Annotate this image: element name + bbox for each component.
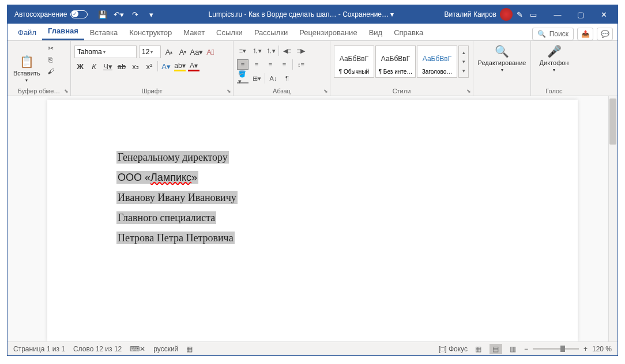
qat-more-icon[interactable]: ▾	[144, 7, 158, 21]
indent-right-icon[interactable]: ≡▶	[295, 46, 307, 56]
focus-mode[interactable]: [□] Фокус	[439, 345, 468, 353]
comments-button[interactable]: 💬	[597, 28, 613, 40]
window-title: Lumpics.ru - Как в Ворде сделать шап… - …	[158, 10, 444, 18]
search-box[interactable]: 🔍 Поиск	[532, 28, 574, 40]
read-view-icon[interactable]: ▦	[472, 344, 485, 354]
font-color-icon[interactable]: A▾	[188, 61, 199, 71]
align-center-icon[interactable]: ≡	[251, 59, 262, 70]
zoom-in-button[interactable]: +	[583, 345, 588, 353]
text-line[interactable]: Иванову Ивану Ивановичу	[116, 191, 238, 204]
minimize-button[interactable]: —	[546, 5, 569, 24]
editing-button[interactable]: 🔍 Редактирование ▾	[477, 43, 527, 74]
tab-layout[interactable]: Макет	[178, 25, 210, 40]
cut-icon[interactable]: ✂	[45, 44, 57, 55]
zoom-level[interactable]: 120 %	[592, 345, 612, 353]
autosave[interactable]: Автосохранение	[10, 10, 92, 18]
dialog-launcher-icon[interactable]: ⬊	[323, 88, 328, 94]
font-name-combo[interactable]: Tahoma▾	[74, 46, 137, 58]
undo-icon[interactable]: ↶▾	[112, 7, 126, 21]
text-line[interactable]: ООО «Лампикс»	[116, 171, 198, 184]
justify-icon[interactable]: ≡	[278, 59, 290, 70]
print-layout-icon[interactable]: ▤	[490, 344, 502, 354]
tab-review[interactable]: Рецензирование	[293, 25, 363, 40]
close-button[interactable]: ✕	[592, 5, 615, 24]
page[interactable]: Генеральному директору ООО «Лампикс» Ива…	[47, 100, 578, 342]
search-icon: 🔍	[537, 30, 546, 38]
line-spacing-icon[interactable]: ↕≡	[295, 59, 307, 70]
indent-left-icon[interactable]: ◀≡	[281, 46, 293, 56]
user-account[interactable]: Виталий Каиров	[444, 8, 513, 21]
style-normal[interactable]: АаБбВвГ ¶ Обычный	[334, 46, 374, 78]
tab-design[interactable]: Конструктор	[123, 25, 178, 40]
shrink-font-icon[interactable]: A▾	[177, 46, 189, 58]
vertical-scrollbar[interactable]	[608, 96, 618, 342]
zoom-out-button[interactable]: −	[524, 345, 528, 353]
text-line[interactable]: Генеральному директору	[116, 151, 229, 164]
numbering-icon[interactable]: ⒈▾	[251, 46, 262, 56]
strike-button[interactable]: ab	[116, 60, 127, 72]
autosave-toggle[interactable]	[70, 10, 88, 18]
tab-mailings[interactable]: Рассылки	[249, 25, 293, 40]
save-icon[interactable]: 💾	[96, 7, 110, 21]
font-size-combo[interactable]: 12▾	[139, 46, 161, 58]
align-right-icon[interactable]: ≡	[265, 59, 276, 70]
web-layout-icon[interactable]: ▥	[507, 344, 519, 354]
scroll-thumb[interactable]	[609, 98, 616, 145]
dialog-launcher-icon[interactable]: ⬊	[466, 88, 471, 94]
superscript-button[interactable]: x²	[144, 60, 155, 72]
share-button[interactable]: 📤	[577, 28, 593, 40]
ribbon-tabs: Файл Главная Вставка Конструктор Макет С…	[7, 24, 618, 41]
multilevel-icon[interactable]: ⒈▾	[265, 46, 276, 56]
status-bar: Страница 1 из 1 Слово 12 из 12 ⌨✕ русски…	[7, 342, 618, 355]
tab-file[interactable]: Файл	[12, 25, 42, 40]
search-icon: 🔍	[495, 44, 509, 58]
ink-icon[interactable]: ✎	[513, 7, 526, 21]
page-indicator[interactable]: Страница 1 из 1	[13, 345, 65, 353]
bullets-icon[interactable]: ≡▾	[237, 46, 249, 56]
tab-insert[interactable]: Вставка	[84, 25, 123, 40]
tab-view[interactable]: Вид	[363, 25, 389, 40]
dialog-launcher-icon[interactable]: ⬊	[64, 88, 69, 94]
group-label: Абзац	[234, 88, 330, 94]
text-line[interactable]: Главного специалиста	[116, 211, 216, 224]
show-marks-icon[interactable]: ¶	[281, 73, 293, 84]
borders-icon[interactable]: ⊞▾	[251, 73, 262, 84]
styles-more-icon[interactable]: ▴▾▾	[458, 46, 469, 78]
dictate-button[interactable]: 🎤 Диктофон ▾	[534, 43, 574, 74]
tab-home[interactable]: Главная	[42, 23, 84, 40]
tab-help[interactable]: Справка	[388, 25, 429, 40]
tab-references[interactable]: Ссылки	[210, 25, 249, 40]
group-label: Шрифт	[71, 88, 233, 94]
style-heading[interactable]: АаБбВвГ Заголово…	[417, 46, 457, 78]
paste-label: Вставить	[13, 70, 40, 77]
italic-button[interactable]: К	[88, 60, 100, 72]
ribbon-options-icon[interactable]: ▭	[526, 7, 540, 21]
redo-icon[interactable]: ↷	[128, 7, 142, 21]
paste-button[interactable]: 📋 Вставить ▾	[11, 43, 43, 94]
spell-check-icon[interactable]: ⌨✕	[130, 345, 145, 353]
grow-font-icon[interactable]: A▴	[163, 46, 175, 58]
text-effects-icon[interactable]: A▾	[160, 60, 172, 72]
style-no-int[interactable]: АаБбВвГ ¶ Без инте…	[375, 46, 416, 78]
language[interactable]: русский	[153, 345, 178, 353]
subscript-button[interactable]: x₂	[130, 60, 141, 72]
zoom-slider[interactable]	[533, 348, 579, 350]
sort-icon[interactable]: A↓	[268, 73, 279, 84]
change-case-icon[interactable]: Aa▾	[191, 46, 202, 58]
underline-button[interactable]: Ч▾	[102, 60, 114, 72]
clear-format-icon[interactable]: A⃠	[205, 46, 216, 58]
user-name: Виталий Каиров	[444, 10, 496, 18]
text-line[interactable]: Петрова Петра Петровича	[116, 232, 235, 244]
shading-icon[interactable]: 🪣▾	[237, 73, 249, 84]
bold-button[interactable]: Ж	[74, 60, 86, 72]
word-count[interactable]: Слово 12 из 12	[73, 345, 122, 353]
format-painter-icon[interactable]: 🖌	[45, 67, 57, 78]
group-editing: 🔍 Редактирование ▾	[473, 41, 531, 96]
quick-access-toolbar: 💾 ↶▾ ↷ ▾	[96, 7, 158, 21]
dialog-launcher-icon[interactable]: ⬊	[227, 88, 231, 94]
highlight-icon[interactable]: ab▾	[174, 61, 186, 71]
macro-icon[interactable]: ▦	[186, 345, 193, 353]
align-left-icon[interactable]: ≡	[237, 59, 249, 70]
copy-icon[interactable]: ⎘	[45, 56, 57, 66]
maximize-button[interactable]: ▢	[569, 5, 592, 24]
